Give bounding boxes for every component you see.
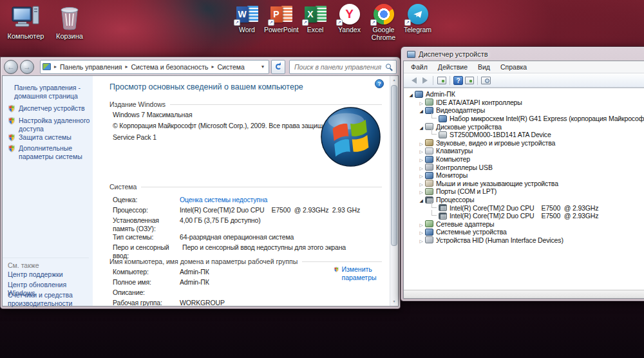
expand-icon[interactable] — [418, 180, 424, 187]
name-row-workgroup: Рабочая группа: WORKGROUP — [113, 299, 225, 306]
tree-item-monitors[interactable]: Мониторы — [404, 171, 644, 180]
expand-icon[interactable] — [418, 147, 424, 155]
desktop-icon-label: Word — [230, 26, 264, 34]
back-button[interactable] — [408, 75, 419, 86]
desktop-icon-excel[interactable]: Excel — [298, 3, 332, 41]
tree-item-hid-devices[interactable]: Устройства HID (Human Interface Devices) — [404, 236, 644, 245]
tree-connector — [431, 113, 437, 118]
scroll-down-icon[interactable] — [390, 297, 398, 306]
tree-item-processors[interactable]: Процессоры — [404, 196, 644, 204]
name-row-computer: Компьютер: Admin-ПК — [113, 268, 209, 276]
desktop-icon-label: Корзина — [46, 32, 93, 40]
back-button[interactable] — [4, 60, 18, 74]
sidebar-item-remote-access[interactable]: Настройка удаленного доступа — [8, 117, 90, 133]
scrollbar-thumb[interactable] — [391, 85, 397, 246]
help-button[interactable] — [453, 75, 464, 86]
monitor-icon — [425, 172, 433, 179]
breadcrumb-dropdown-icon[interactable] — [259, 64, 267, 70]
sidebar-link-performance-tools[interactable]: Счетчики и средства производительности — [8, 291, 89, 307]
ide-controller-icon — [425, 99, 433, 106]
window-title: Диспетчер устройств — [419, 50, 488, 58]
properties-icon — [465, 77, 474, 84]
forward-button[interactable] — [20, 60, 34, 74]
search-box[interactable] — [289, 60, 397, 74]
sidebar-item-home[interactable]: Панель управления - домашняя страница — [14, 84, 86, 100]
change-settings-link[interactable]: Изменить параметры — [334, 265, 389, 281]
search-icon — [385, 63, 393, 71]
tree-item-system-devices[interactable]: Системные устройства — [404, 228, 644, 236]
collapse-icon[interactable] — [418, 196, 424, 203]
expand-icon[interactable] — [418, 236, 424, 244]
desktop-icon-yandex[interactable]: Yandex — [332, 3, 366, 41]
help-icon[interactable] — [375, 79, 384, 88]
desktop-icon-computer[interactable]: Компьютер — [3, 4, 49, 40]
computer-icon — [425, 156, 433, 163]
desktop-icon-word[interactable]: Word — [230, 3, 264, 41]
forward-button[interactable] — [419, 75, 430, 86]
sidebar-link-action-center[interactable]: Центр поддержки — [8, 270, 89, 279]
collapse-icon[interactable] — [418, 106, 424, 114]
tree-item-cpu-core0[interactable]: Intel(R) Core(TM)2 Duo CPU E7500 @ 2.93G… — [404, 203, 644, 212]
tree-item-disk-devices[interactable]: Дисковые устройства — [404, 122, 644, 131]
expand-icon[interactable] — [418, 164, 424, 171]
tree-item-usb-controllers[interactable]: Контроллеры USB — [404, 163, 644, 171]
sidebar-item-advanced-settings[interactable]: Дополнительные параметры системы — [8, 144, 90, 160]
expand-icon[interactable] — [418, 228, 424, 236]
uac-shield-icon — [8, 133, 15, 142]
menu-action[interactable]: Действие — [433, 62, 473, 72]
tree-item-mice[interactable]: Мыши и иные указывающие устройства — [404, 180, 644, 188]
tree-item-computer-group[interactable]: Компьютер — [404, 155, 644, 164]
service-pack: Service Pack 1 — [113, 133, 156, 141]
breadcrumb[interactable]: Панель управления Система и безопасность… — [40, 60, 269, 74]
sidebar-item-system-protection[interactable]: Защита системы — [8, 133, 90, 142]
breadcrumb-item-system-security[interactable]: Система и безопасность — [131, 63, 209, 71]
rating-unavailable-link[interactable]: Оценка системы недоступна — [180, 196, 267, 204]
menu-help[interactable]: Справка — [495, 62, 532, 72]
refresh-button[interactable] — [271, 60, 285, 74]
tree-item-ide-controllers[interactable]: IDE ATA/ATAPI контроллеры — [404, 99, 644, 107]
tree-item-network-adapters[interactable]: Сетевые адаптеры — [404, 220, 644, 229]
breadcrumb-item-system[interactable]: Система — [218, 63, 245, 71]
expand-icon[interactable] — [418, 220, 424, 228]
scan-hardware-button[interactable] — [480, 75, 491, 86]
scroll-up-icon[interactable] — [390, 76, 398, 84]
tree-item-video-adapters[interactable]: Видеоадаптеры — [404, 106, 644, 115]
desktop-icon-telegram[interactable]: Telegram — [401, 3, 435, 41]
collapse-icon[interactable] — [408, 90, 414, 98]
device-manager-titlebar[interactable]: Диспетчер устройств — [407, 49, 488, 59]
tree-item-computer-root[interactable]: Admin-ПК — [404, 90, 644, 99]
sidebar-item-label: Настройка удаленного доступа — [19, 117, 90, 133]
menu-view[interactable]: Вид — [473, 62, 495, 72]
tree-item-sound-devices[interactable]: Звуковые, видео и игровые устройства — [404, 139, 644, 147]
display-adapter-icon — [439, 115, 447, 122]
mouse-icon — [425, 180, 433, 187]
expand-icon[interactable] — [418, 139, 424, 147]
desktop-icon-recycle-bin[interactable]: Корзина — [46, 4, 93, 40]
properties-button[interactable] — [464, 75, 475, 86]
menu-file[interactable]: Файл — [406, 62, 433, 72]
keyboard-icon — [425, 147, 433, 155]
vertical-scrollbar[interactable] — [390, 76, 398, 306]
tree-item-intel-g41[interactable]: Набор микросхем Intel(R) G41 Express (ко… — [404, 115, 644, 123]
show-console-tree-button[interactable] — [436, 75, 447, 86]
breadcrumb-separator-icon — [122, 64, 131, 70]
tree-item-cpu-core1[interactable]: Intel(R) Core(TM)2 Duo CPU E7500 @ 2.93G… — [404, 212, 644, 220]
expand-icon[interactable] — [418, 99, 424, 106]
system-section-header: Система — [109, 183, 382, 191]
desktop-icon-label: Excel — [298, 26, 332, 34]
sidebar-item-device-manager[interactable]: Диспетчер устройств — [8, 104, 90, 113]
expand-icon[interactable] — [418, 171, 424, 179]
expand-icon[interactable] — [418, 155, 424, 163]
see-also-header: См. также — [8, 261, 89, 269]
tree-item-ports[interactable]: Порты (COM и LPT) — [404, 187, 644, 196]
tree-item-st250dm000[interactable]: ST250DM000-1BD141 ATA Device — [404, 131, 644, 139]
desktop-icon-powerpoint[interactable]: PowerPoint — [264, 3, 298, 41]
tree-item-keyboards[interactable]: Клавиатуры — [404, 147, 644, 155]
desktop-icon-google-chrome[interactable]: Google Chrome — [366, 3, 401, 41]
breadcrumb-item-control-panel[interactable]: Панель управления — [60, 63, 122, 71]
name-row-fullname: Полное имя: Admin-ПК — [113, 278, 209, 287]
expand-icon[interactable] — [418, 187, 424, 195]
search-input[interactable] — [293, 62, 385, 71]
collapse-icon[interactable] — [418, 123, 424, 131]
windows-copyright: © Корпорация Майкрософт (Microsoft Corp.… — [113, 122, 337, 129]
